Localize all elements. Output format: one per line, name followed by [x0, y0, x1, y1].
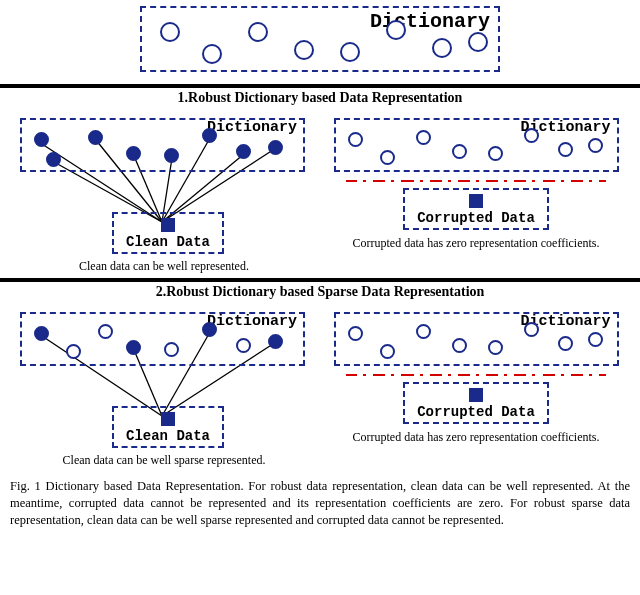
- atom-filled: [164, 148, 179, 163]
- atom-circle: [452, 338, 467, 353]
- atom-filled: [34, 132, 49, 147]
- red-separator: [346, 180, 606, 182]
- atom-filled: [202, 322, 217, 337]
- atom-circle: [524, 322, 539, 337]
- atom-circle: [386, 20, 406, 40]
- section1-left: Dictionary Clean Data Clean data can be …: [8, 114, 320, 274]
- atom-filled: [34, 326, 49, 341]
- clean-data-box-s2: Clean Data: [112, 406, 224, 448]
- atom-circle: [348, 326, 363, 341]
- atom-filled: [202, 128, 217, 143]
- atom-circle: [98, 324, 113, 339]
- figure-caption: Fig. 1 Dictionary based Data Representat…: [0, 472, 640, 529]
- atom-filled: [268, 334, 283, 349]
- dictionary-box-s1r: Dictionary: [334, 118, 619, 172]
- atom-circle: [380, 150, 395, 165]
- section2-right-caption: Corrupted data has zero representation c…: [320, 430, 632, 445]
- atom-filled: [46, 152, 61, 167]
- atom-circle: [488, 340, 503, 355]
- atom-circle: [558, 336, 573, 351]
- atom-circle: [432, 38, 452, 58]
- section1-left-caption: Clean data can be well represented.: [8, 259, 320, 274]
- section1-row: Dictionary Clean Data Clean data can be …: [0, 110, 640, 278]
- corrupted-data-label-s2: Corrupted Data: [417, 404, 535, 420]
- atom-circle: [340, 42, 360, 62]
- dictionary-box-s2l: Dictionary: [20, 312, 305, 366]
- data-square: [161, 218, 175, 232]
- data-square: [469, 388, 483, 402]
- atom-circle: [452, 144, 467, 159]
- section-title-2: 2.Robust Dictionary based Sparse Data Re…: [0, 282, 640, 304]
- data-square: [161, 412, 175, 426]
- atom-circle: [294, 40, 314, 60]
- section-title-1: 1.Robust Dictionary based Data Represent…: [0, 88, 640, 110]
- atom-filled: [126, 340, 141, 355]
- corrupted-data-label: Corrupted Data: [417, 210, 535, 226]
- atom-circle: [380, 344, 395, 359]
- atom-circle: [488, 146, 503, 161]
- atom-filled: [126, 146, 141, 161]
- atom-circle: [468, 32, 488, 52]
- top-dictionary-panel: Dictionary: [0, 0, 640, 84]
- section2-right: Dictionary Corrupted Data Corrupted data…: [320, 308, 632, 445]
- section2-left: Dictionary Clean Data Clean data can be …: [8, 308, 320, 468]
- clean-data-box: Clean Data: [112, 212, 224, 254]
- atom-circle: [66, 344, 81, 359]
- section1-right-caption: Corrupted data has zero representation c…: [320, 236, 632, 251]
- section2-left-caption: Clean data can be well sparse represente…: [8, 453, 320, 468]
- atom-circle: [416, 130, 431, 145]
- atom-circle: [416, 324, 431, 339]
- atom-filled: [88, 130, 103, 145]
- atom-circle: [348, 132, 363, 147]
- section1-right: Dictionary Corrupted Data Corrupted data…: [320, 114, 632, 251]
- atom-circle: [236, 338, 251, 353]
- atom-filled: [268, 140, 283, 155]
- corrupted-data-box-s2: Corrupted Data: [403, 382, 549, 424]
- atom-filled: [236, 144, 251, 159]
- atom-circle: [248, 22, 268, 42]
- section2-row: Dictionary Clean Data Clean data can be …: [0, 304, 640, 472]
- corrupted-data-box: Corrupted Data: [403, 188, 549, 230]
- data-square: [469, 194, 483, 208]
- atom-circle: [164, 342, 179, 357]
- dictionary-box-s1l: Dictionary: [20, 118, 305, 172]
- atom-circle: [202, 44, 222, 64]
- atom-circle: [160, 22, 180, 42]
- atom-circle: [524, 128, 539, 143]
- dictionary-label: Dictionary: [207, 119, 297, 136]
- clean-data-label: Clean Data: [126, 234, 210, 250]
- dictionary-label: Dictionary: [207, 313, 297, 330]
- atom-circle: [588, 138, 603, 153]
- clean-data-label-s2: Clean Data: [126, 428, 210, 444]
- atom-circle: [558, 142, 573, 157]
- red-separator: [346, 374, 606, 376]
- dictionary-box-top: Dictionary: [140, 6, 500, 72]
- atom-circle: [588, 332, 603, 347]
- dictionary-box-s2r: Dictionary: [334, 312, 619, 366]
